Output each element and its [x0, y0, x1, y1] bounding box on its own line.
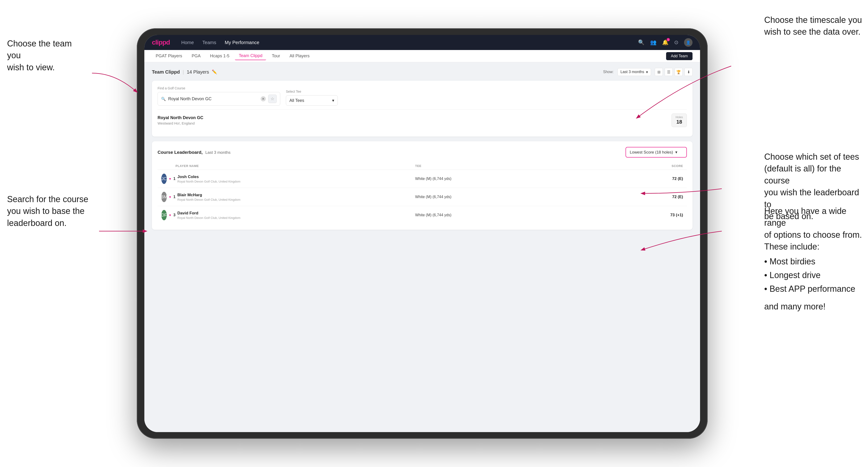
player-avatar-1: JC — [161, 174, 167, 184]
annotation-left: Search for the courseyou wish to base th… — [7, 193, 92, 229]
edit-icon[interactable]: ✏️ — [212, 69, 217, 74]
score-chevron-icon: ▾ — [675, 150, 677, 155]
course-location: Westward Ho!, England — [158, 121, 203, 125]
player-info-1: Josh Coles Royal North Devon Golf Club, … — [176, 175, 415, 183]
course-search-card: Find a Golf Course 🔍 ✕ ☆ Select Tee All … — [152, 81, 692, 136]
score-3: 73 (+1) — [655, 213, 683, 217]
nav-teams[interactable]: Teams — [203, 40, 216, 45]
course-info: Royal North Devon GC Westward Ho!, Engla… — [158, 115, 203, 125]
navbar: clippd Home Teams My Performance 🔍 👥 🔔 1… — [144, 35, 700, 50]
add-team-button[interactable]: Add Team — [666, 52, 692, 60]
table-row: BM ♥ 1 Blair McHarg Royal North Devon Go… — [158, 188, 687, 206]
rank-wrap-1: JC ♥ 1 — [161, 174, 176, 184]
option-drive: Longest drive — [764, 269, 863, 281]
score-type-value: Lowest Score (18 holes) — [630, 150, 673, 155]
navbar-links: Home Teams My Performance — [181, 40, 638, 45]
user-avatar-btn[interactable]: 👤 — [684, 38, 692, 47]
and-more-text: and many more! — [764, 301, 863, 312]
tab-pgat[interactable]: PGAT Players — [152, 52, 186, 60]
heart-icon-2: ♥ — [169, 195, 171, 199]
trophy-view-btn[interactable]: 🏆 — [675, 68, 683, 76]
score-type-dropdown[interactable]: Lowest Score (18 holes) ▾ — [625, 147, 687, 158]
options-list: Most birdies Longest drive Best APP perf… — [764, 256, 863, 295]
player-info-2: Blair McHarg Royal North Devon Golf Club… — [176, 193, 415, 201]
table-row: DF ♥ 3 David Ford Royal North Devon Golf… — [158, 206, 687, 224]
annotation-top-left-text: Choose the team youwish to view. — [7, 39, 72, 72]
player-count: 14 Players — [187, 69, 209, 75]
tee-3: White (M) (6,744 yds) — [415, 213, 655, 217]
tab-all-players[interactable]: All Players — [286, 52, 313, 60]
player-avatar-2: BM — [161, 192, 167, 202]
find-course-field: Find a Golf Course 🔍 ✕ ☆ — [158, 86, 280, 106]
heart-icon-3: ♥ — [169, 213, 171, 217]
player-info-3: David Ford Royal North Devon Golf Club, … — [176, 211, 415, 220]
subnav: PGAT Players PGA Hcaps 1-5 Team Clippd T… — [144, 50, 700, 62]
download-btn[interactable]: ⬇ — [684, 68, 692, 76]
rank-wrap-2: BM ♥ 1 — [161, 192, 176, 202]
course-name: Royal North Devon GC — [158, 115, 203, 120]
rank-2: 1 — [173, 195, 176, 199]
chevron-down-icon: ▾ — [646, 70, 648, 74]
tee-dropdown[interactable]: All Tees ▾ — [286, 95, 338, 106]
time-period-select[interactable]: Last 3 months ▾ — [618, 68, 651, 76]
player-club-1: Royal North Devon Golf Club, United King… — [177, 180, 415, 183]
tee-select-label: Select Tee — [286, 90, 338, 93]
tee-chevron-icon: ▾ — [332, 98, 334, 103]
clear-search-button[interactable]: ✕ — [261, 96, 266, 101]
annotation-right-options: Here you have a wide rangeof options to … — [764, 205, 863, 312]
annotation-right-options-intro: Here you have a wide rangeof options to … — [764, 206, 862, 251]
favorite-button[interactable]: ☆ — [268, 95, 277, 103]
nav-home[interactable]: Home — [181, 40, 194, 45]
col-tee: TEE — [415, 164, 655, 168]
tab-team-clippd[interactable]: Team Clippd — [235, 52, 266, 60]
search-input-icon: 🔍 — [161, 97, 166, 101]
time-period-value: Last 3 months — [621, 70, 644, 74]
tee-2: White (M) (6,744 yds) — [415, 195, 655, 199]
search-icon[interactable]: 🔍 — [638, 39, 644, 45]
score-2: 72 (E) — [655, 195, 683, 199]
people-icon[interactable]: 👥 — [650, 39, 656, 45]
course-search-input-wrap: 🔍 ✕ ☆ — [158, 92, 280, 106]
grid-view-btn[interactable]: ⊞ — [655, 68, 663, 76]
tee-select-field: Select Tee All Tees ▾ — [286, 90, 338, 106]
navbar-actions: 🔍 👥 🔔 1 ⊙ 👤 — [638, 38, 692, 47]
bell-badge: 1 — [666, 38, 670, 41]
pipe-separator: | — [183, 69, 184, 75]
team-header: Team Clippd | 14 Players ✏️ Show: Last 3… — [152, 68, 692, 76]
player-club-3: Royal North Devon Golf Club, United King… — [177, 216, 415, 220]
player-name-2: Blair McHarg — [177, 193, 415, 197]
player-name-1: Josh Coles — [177, 175, 415, 179]
annotation-top-left: Choose the team youwish to view. — [7, 38, 87, 73]
settings-icon[interactable]: ⊙ — [674, 39, 678, 45]
holes-label: Holes — [676, 116, 683, 119]
tablet-device: clippd Home Teams My Performance 🔍 👥 🔔 1… — [137, 28, 708, 439]
leaderboard-card: Course Leaderboard, Last 3 months Lowest… — [152, 141, 692, 230]
nav-my-performance[interactable]: My Performance — [225, 40, 259, 45]
table-header: PLAYER NAME TEE SCORE — [158, 162, 687, 170]
team-controls: Show: Last 3 months ▾ ⊞ ☰ 🏆 ⬇ — [603, 68, 692, 76]
show-label: Show: — [603, 70, 614, 74]
rank-3: 3 — [173, 213, 176, 217]
table-row: JC ♥ 1 Josh Coles Royal North Devon Golf… — [158, 170, 687, 188]
tab-tour[interactable]: Tour — [268, 52, 284, 60]
player-club-2: Royal North Devon Golf Club, United King… — [177, 198, 415, 201]
option-birdies: Most birdies — [764, 256, 863, 268]
rank-wrap-3: DF ♥ 3 — [161, 210, 176, 220]
main-content: Team Clippd | 14 Players ✏️ Show: Last 3… — [144, 62, 700, 432]
tab-pga[interactable]: PGA — [188, 52, 204, 60]
score-1: 72 (E) — [655, 177, 683, 181]
holes-number: 18 — [676, 119, 683, 125]
player-name-3: David Ford — [177, 211, 415, 216]
course-search-input[interactable] — [168, 96, 258, 101]
tee-value: All Tees — [289, 98, 304, 103]
course-search-row: Find a Golf Course 🔍 ✕ ☆ Select Tee All … — [158, 86, 687, 106]
view-icons: ⊞ ☰ 🏆 ⬇ — [655, 68, 692, 76]
team-title: Team Clippd | 14 Players ✏️ — [152, 69, 217, 75]
list-view-btn[interactable]: ☰ — [665, 68, 673, 76]
tablet-screen: clippd Home Teams My Performance 🔍 👥 🔔 1… — [144, 35, 700, 432]
leaderboard-title: Course Leaderboard, Last 3 months — [158, 150, 230, 155]
tab-hcaps[interactable]: Hcaps 1-5 — [206, 52, 233, 60]
col-player: PLAYER NAME — [176, 164, 415, 168]
bell-icon[interactable]: 🔔 1 — [662, 39, 669, 45]
annotation-top-right-text: Choose the timescale youwish to see the … — [764, 15, 862, 36]
